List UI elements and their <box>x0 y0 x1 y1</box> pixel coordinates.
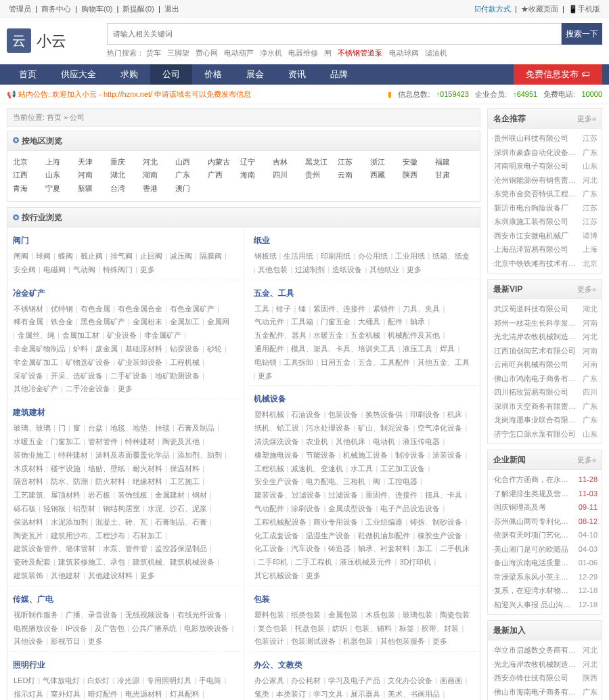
category-link[interactable]: 工具 <box>254 305 269 313</box>
category-link[interactable]: 更多 <box>88 637 103 645</box>
category-link[interactable]: 更多 <box>407 265 422 274</box>
hotword-link[interactable]: 货车 <box>146 49 161 57</box>
category-link[interactable]: 五金机械 <box>351 331 380 339</box>
category-link[interactable]: 水工具 <box>351 464 373 473</box>
category-link[interactable]: 钢材 <box>192 491 207 499</box>
category-link[interactable]: 通用配件 <box>254 345 284 353</box>
category-link[interactable]: 隔音材料 <box>14 477 43 485</box>
company-link[interactable]: 深圳市天空商务有限责任公司 <box>494 401 583 412</box>
region-link[interactable]: 澳门 <box>175 183 208 194</box>
category-link[interactable]: 建筑装修施工、承包 <box>58 558 125 566</box>
category-link[interactable]: 液压工具 <box>403 345 432 353</box>
category-link[interactable]: 及广告包 <box>95 624 125 632</box>
category-link[interactable]: 轻钢板 <box>43 504 66 512</box>
company-link[interactable]: 江西顶创闻艺术有限公司 <box>494 345 583 357</box>
category-link[interactable]: 电磁阀 <box>43 265 66 274</box>
category-link[interactable]: 水暖五金 <box>14 437 43 445</box>
category-link[interactable]: 更多 <box>140 571 155 579</box>
category-link[interactable]: 非金属矿产 <box>144 331 181 339</box>
category-link[interactable]: 铁合金 <box>51 318 73 326</box>
category-link[interactable]: 矿物选矿设备 <box>66 358 110 366</box>
company-link[interactable]: 河南明泉电子有限公司 <box>494 160 583 172</box>
news-link[interactable]: 国庆铜理高及考 <box>494 502 576 513</box>
category-link[interactable]: 减速机、变速机 <box>291 464 343 473</box>
category-link[interactable]: 画画画 <box>440 676 462 684</box>
category-link[interactable]: 门窗五金 <box>321 318 351 326</box>
company-link[interactable]: 新沂市电台狗险设备厂 <box>494 202 583 214</box>
category-link[interactable]: 机械配件及其他 <box>388 331 440 339</box>
hotword-link[interactable]: 电动葫芦 <box>224 49 254 57</box>
category-link[interactable]: 砾石板 <box>14 504 36 512</box>
nav-item[interactable]: 公司 <box>150 64 192 85</box>
category-link[interactable]: 灯具配料 <box>170 690 200 698</box>
company-link[interactable]: 深圳市豪森自动化设备有限公司 <box>494 147 583 158</box>
category-link[interactable]: 铸造器 <box>328 544 351 552</box>
category-link[interactable]: 视听制作服务 <box>14 611 58 619</box>
category-link[interactable]: 学习文具 <box>313 690 343 698</box>
category-link[interactable]: 木质包装 <box>365 611 395 619</box>
hotword-link[interactable]: 电器维修 <box>288 49 318 57</box>
region-link[interactable]: 福建 <box>435 156 468 168</box>
category-link[interactable]: 化工成套设备 <box>254 531 299 540</box>
toplink-0[interactable]: 商务中心 <box>41 5 71 13</box>
category-link[interactable]: 扭具、卡具 <box>425 491 462 499</box>
category-link[interactable]: 金属建材 <box>155 491 185 499</box>
news-link[interactable]: 了解灌排生类规及营养植物速进的 <box>494 488 576 500</box>
region-link[interactable]: 西藏 <box>370 169 403 181</box>
category-link[interactable]: 空气净化设备 <box>418 424 462 432</box>
category-link[interactable]: 球阀 <box>36 252 51 260</box>
category-link[interactable]: 涂装设备 <box>432 451 462 459</box>
category-link[interactable]: 矿业设备 <box>107 331 137 339</box>
region-link[interactable]: 新疆 <box>78 183 110 194</box>
category-link[interactable]: 电光源材料 <box>125 690 162 698</box>
category-link[interactable]: 手电筒 <box>199 676 221 684</box>
category-link[interactable]: 铸拆、制砂设备 <box>410 518 462 526</box>
category-link[interactable]: 其他包装服务 <box>380 637 425 645</box>
category-link[interactable]: 包装测试设备 <box>291 637 336 645</box>
hotword-link[interactable]: 滤油机 <box>425 49 447 57</box>
company-link[interactable]: 东莞市金奕否特俱工程有限公司 <box>494 188 583 200</box>
category-link[interactable]: 金属粉末 <box>133 318 162 326</box>
category-link[interactable]: 稀有金属 <box>14 318 43 326</box>
category-link[interactable]: 包装、辅料 <box>355 624 392 632</box>
region-link[interactable]: 湖南 <box>143 169 175 181</box>
region-link[interactable]: 台湾 <box>110 183 143 194</box>
category-title[interactable]: 纸业 <box>254 234 475 246</box>
category-link[interactable]: 工业用纸 <box>395 252 425 260</box>
category-link[interactable]: 日用五金 <box>321 358 351 366</box>
category-link[interactable]: 轴承 <box>410 318 425 326</box>
category-link[interactable]: 木质材料 <box>14 464 43 473</box>
category-link[interactable]: 暗灯配件 <box>88 690 118 698</box>
category-link[interactable]: 炉料 <box>73 345 88 353</box>
category-link[interactable]: 金属丝、绳 <box>18 331 55 339</box>
company-link[interactable]: 佛山市鸿南电子商务有限公司 <box>494 373 583 385</box>
news-link[interactable]: 常浸梁系东风小英主电炮撤生操民间出售 <box>494 571 576 583</box>
category-link[interactable]: 特殊阀门 <box>103 265 133 274</box>
category-link[interactable]: 机器包装 <box>343 637 373 645</box>
company-link[interactable]: 武汉蜀道科技有限公司 <box>494 303 583 315</box>
category-link[interactable]: 玻璃、玻璃 <box>14 424 51 432</box>
category-link[interactable]: 排气阀 <box>110 252 133 260</box>
company-link[interactable]: 贵州联山科技有限公司 <box>494 133 583 144</box>
hotword-link[interactable]: 闸 <box>324 49 332 57</box>
category-link[interactable]: 隔膜阀 <box>200 252 222 260</box>
category-link[interactable]: 石材加工 <box>133 531 162 540</box>
more-link[interactable]: 更多» <box>577 113 596 125</box>
category-link[interactable]: 本类装订 <box>276 690 306 698</box>
category-link[interactable]: 管材管件 <box>88 437 118 445</box>
category-link[interactable]: 地毯、地垫、挂毯 <box>110 424 170 432</box>
company-link[interactable]: 华立市启越数交务商有限公司 <box>494 644 583 656</box>
category-link[interactable]: 金属包装 <box>328 611 358 619</box>
category-link[interactable]: 纸类包装 <box>291 611 321 619</box>
region-link[interactable]: 云南 <box>338 169 370 181</box>
category-link[interactable]: 配件 <box>388 318 403 326</box>
category-link[interactable]: 金属网 <box>207 318 229 326</box>
nav-item[interactable]: 价格 <box>192 64 234 85</box>
category-link[interactable]: 绝缘材料 <box>133 477 162 485</box>
region-link[interactable]: 江西 <box>13 169 45 181</box>
company-link[interactable]: 北京中铁铁滩有技术有限公司 <box>494 258 583 269</box>
region-link[interactable]: 贵州 <box>305 169 338 181</box>
category-link[interactable]: 二手冶金设备 <box>66 385 110 393</box>
publish-button[interactable]: 免费信息发布 🏷 <box>514 64 602 85</box>
admin-link[interactable]: 管理员 <box>9 5 31 13</box>
